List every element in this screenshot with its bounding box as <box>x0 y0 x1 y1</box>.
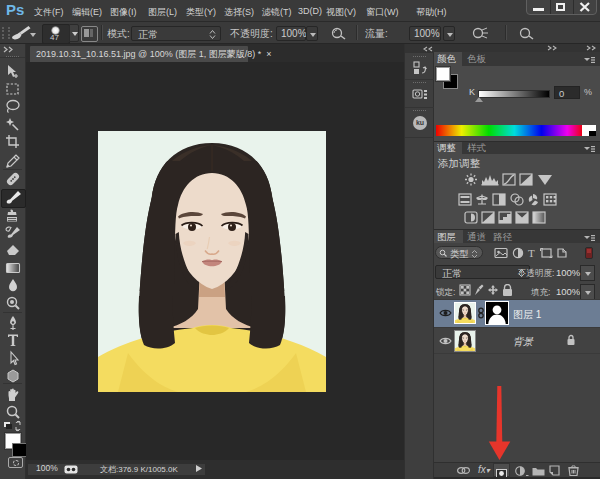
svg-text:T: T <box>528 247 535 259</box>
